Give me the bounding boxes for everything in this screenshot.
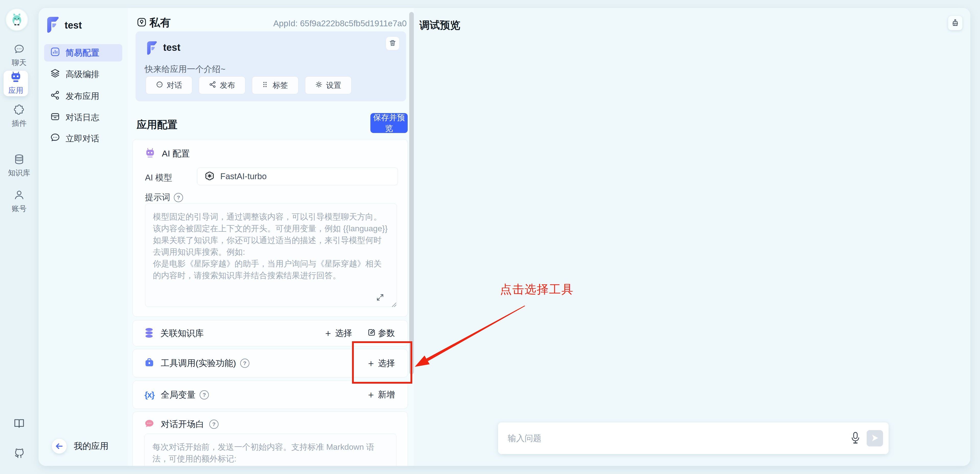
opening-remark-title: 对话开场白 (161, 418, 204, 430)
app-settings-button[interactable]: 设置 (305, 76, 352, 94)
app-chat-button[interactable]: 对话 (146, 76, 192, 94)
chat-bubble-icon (156, 81, 163, 90)
clear-chat-button[interactable] (948, 16, 963, 30)
app-tags-button[interactable]: 标签 (252, 76, 298, 94)
debug-preview-panel: 调试预览 点击选择工具 (414, 8, 970, 466)
rail-item-plugins[interactable]: 插件 (0, 104, 38, 129)
rail-item-chat[interactable]: 聊天 (0, 43, 38, 68)
chat-input-bar (498, 422, 889, 454)
page-title: 应用配置 (137, 118, 177, 132)
annotation-text: 点击选择工具 (500, 282, 574, 297)
app-publish-button[interactable]: 发布 (199, 76, 245, 94)
rail-item-apps[interactable]: 应用 (3, 71, 28, 96)
model-provider-icon (204, 171, 215, 182)
chat-now-icon (50, 133, 60, 145)
sidebar-item-label: 高级编排 (65, 68, 99, 80)
sidebar-item-advanced-orchestration[interactable]: 高级编排 (44, 65, 122, 83)
model-label: AI 模型 (145, 172, 172, 183)
layers-icon (50, 68, 60, 80)
kb-params-button[interactable]: 参数 (368, 328, 395, 339)
app-root: 聊天 应用 插件 (0, 0, 980, 474)
plus-icon: ＋ (366, 388, 375, 401)
plus-icon: ＋ (323, 327, 332, 339)
prompt-textarea[interactable] (145, 204, 397, 307)
github-icon (13, 447, 25, 460)
robot-icon (10, 71, 22, 84)
main-panel: test 简易配置 (38, 8, 970, 466)
plus-icon: ＋ (366, 357, 375, 370)
delete-app-button[interactable] (386, 37, 399, 50)
expand-icon[interactable] (376, 293, 385, 303)
trash-icon (389, 40, 396, 48)
tag-grid-icon (262, 81, 269, 90)
sidebar-item-simple-config[interactable]: 简易配置 (44, 44, 122, 62)
edit-icon (368, 329, 375, 338)
sidebar-item-label: 对话日志 (65, 112, 99, 123)
simple-config-icon (50, 47, 60, 59)
global-vars-row: {x} 全局变量 ? ＋ 新增 (132, 380, 408, 409)
help-icon[interactable]: ? (200, 390, 209, 399)
help-icon[interactable]: ? (174, 193, 183, 202)
share-icon (209, 81, 216, 90)
help-icon[interactable]: ? (209, 420, 218, 429)
broom-icon (951, 19, 959, 27)
question-input[interactable] (507, 433, 851, 443)
vertical-scrollbar[interactable] (409, 12, 414, 374)
github-button[interactable] (0, 447, 38, 460)
sidebar-item-label: 简易配置 (65, 47, 99, 59)
help-icon[interactable]: ? (240, 359, 250, 368)
gear-icon (315, 81, 322, 90)
knowledge-base-row: 关联知识库 ＋ 选择 参数 (132, 320, 408, 347)
app-summary-card: test 快来给应用一个介绍~ (135, 32, 406, 101)
send-button[interactable] (867, 430, 883, 447)
app-logo (46, 16, 59, 34)
model-value: FastAI-turbo (220, 172, 267, 181)
rail-item-account[interactable]: 账号 (0, 189, 38, 214)
opening-remark-card: 对话开场白 ? (132, 412, 408, 466)
back-to-my-apps[interactable]: 我的应用 (52, 439, 108, 453)
model-select[interactable]: FastAI-turbo (197, 167, 398, 185)
send-icon (871, 434, 879, 442)
ai-config-title: AI 配置 (162, 148, 190, 159)
app-logo (146, 41, 158, 56)
briefcase-icon (145, 358, 154, 369)
mic-icon[interactable] (851, 431, 860, 445)
share-icon (50, 91, 60, 102)
vars-add-button[interactable]: ＋ 新增 (366, 388, 395, 401)
rail-label-apps: 应用 (8, 86, 23, 96)
sidebar-item-chat-now[interactable]: 立即对话 (44, 130, 122, 147)
knowledge-base-title: 关联知识库 (160, 328, 204, 339)
rail-label-account: 账号 (12, 204, 27, 214)
rail-label-plugins: 插件 (12, 118, 27, 129)
opening-remark-textarea[interactable] (145, 434, 396, 466)
resize-handle-icon[interactable] (391, 302, 397, 309)
sidebar-item-publish-app[interactable]: 发布应用 (44, 87, 122, 105)
kb-select-button[interactable]: ＋ 选择 (323, 327, 352, 339)
variable-icon: {x} (145, 390, 154, 400)
user-avatar[interactable] (6, 8, 28, 31)
back-label: 我的应用 (74, 440, 108, 452)
sidebar-item-label: 发布应用 (65, 91, 99, 102)
sidebar-item-chat-logs[interactable]: 对话日志 (44, 109, 122, 126)
puzzle-icon (14, 104, 25, 116)
rail-label-knowledge: 知识库 (8, 168, 30, 178)
app-sidebar: test 简易配置 (38, 8, 128, 466)
chat-icon (14, 43, 25, 56)
user-icon (14, 189, 25, 202)
annotation-arrow (414, 296, 536, 378)
sidebar-app-name: test (65, 20, 82, 31)
tools-select-button[interactable]: ＋ 选择 (366, 357, 395, 370)
sidebar-item-label: 立即对话 (65, 133, 99, 145)
preview-title: 调试预览 (419, 18, 460, 32)
app-id-text: AppId: 65f9a222b8c5fb5d1911e7a0 (274, 19, 407, 28)
tools-row: 工具调用(实验功能) ? ＋ 选择 (132, 349, 408, 377)
rail-item-knowledge[interactable]: 知识库 (0, 154, 38, 178)
opening-chat-icon (145, 419, 154, 429)
ai-robot-icon (145, 148, 155, 160)
save-and-preview-button[interactable]: 保存并预览 (371, 113, 408, 133)
docs-button[interactable] (0, 418, 38, 430)
left-rail: 聊天 应用 插件 (0, 0, 38, 474)
visibility-lock-icon (137, 17, 147, 28)
visibility-badge: 私有 (137, 16, 171, 30)
tools-title: 工具调用(实验功能) (161, 357, 236, 369)
